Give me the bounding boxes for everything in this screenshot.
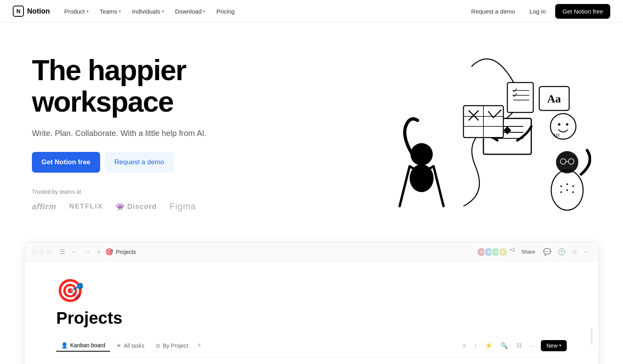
nav-product[interactable]: Product ▾ bbox=[59, 6, 93, 17]
figma-logo: Figma bbox=[170, 201, 196, 212]
page-name: Projects bbox=[116, 249, 136, 255]
hero-title: The happier workspace bbox=[32, 55, 207, 118]
scrollbar[interactable] bbox=[591, 328, 592, 347]
chevron-down-icon: ▾ bbox=[119, 9, 121, 14]
netflix-logo: NETFLIX bbox=[69, 203, 103, 211]
nav-download[interactable]: Download ▾ bbox=[170, 6, 210, 17]
tasks-icon: ✳ bbox=[116, 342, 121, 349]
logo-strip: affirm NETFLIX 👾 Discord Figma bbox=[32, 201, 207, 212]
logo-icon: N bbox=[13, 6, 24, 17]
chevron-down-icon: ▾ bbox=[87, 9, 89, 14]
hero-illustration: Aa zzz bbox=[352, 47, 591, 226]
traffic-light-yellow bbox=[39, 250, 44, 254]
favorite-icon[interactable]: ☆ bbox=[570, 246, 579, 257]
app-main: 🎯 Projects 👤 Kanban board ✳ All tasks ⊙ … bbox=[24, 262, 599, 364]
forward-icon[interactable]: → bbox=[83, 248, 92, 256]
back-icon[interactable]: ← bbox=[70, 248, 79, 256]
discord-icon: 👾 bbox=[116, 202, 125, 211]
comment-icon[interactable]: 💬 bbox=[542, 246, 553, 257]
svg-point-17 bbox=[572, 191, 574, 193]
history-icon[interactable]: 🕐 bbox=[556, 246, 567, 257]
nav-right: Request a demo Log in Get Notion free bbox=[466, 4, 610, 19]
nav-individuals[interactable]: Individuals ▾ bbox=[127, 6, 169, 17]
hero-request-demo-button[interactable]: Request a demo bbox=[105, 152, 174, 173]
sidebar-icon[interactable]: ☰ bbox=[58, 247, 67, 256]
filter-icon-btn[interactable]: ≡ bbox=[460, 340, 469, 350]
page-breadcrumb: 🎯 Projects bbox=[105, 248, 136, 256]
page-title-large: Projects bbox=[56, 309, 567, 328]
svg-point-26 bbox=[566, 123, 568, 126]
toolbar-right: A B C D +2 Share 💬 🕐 ☆ ··· bbox=[477, 246, 591, 257]
logo-letter: N bbox=[16, 8, 20, 14]
logo-text: Notion bbox=[27, 7, 50, 16]
chevron-down-icon: ▾ bbox=[203, 9, 205, 14]
svg-point-15 bbox=[560, 191, 562, 193]
scrollbar-track bbox=[591, 328, 592, 344]
discord-logo: 👾 Discord bbox=[116, 202, 157, 211]
svg-text:Aa: Aa bbox=[547, 92, 561, 105]
svg-point-25 bbox=[558, 123, 560, 126]
svg-point-13 bbox=[566, 183, 568, 185]
avatar-4: D bbox=[498, 247, 508, 257]
nav-left: N Notion Product ▾ Teams ▾ Individuals ▾… bbox=[13, 6, 239, 17]
page-hero-icon: 🎯 bbox=[56, 277, 567, 304]
login-button[interactable]: Log in bbox=[524, 6, 550, 17]
hero-left: The happier workspace Write. Plan. Colla… bbox=[32, 47, 207, 212]
traffic-light-green bbox=[47, 250, 51, 254]
by-project-tab[interactable]: ⊙ By Project bbox=[151, 340, 193, 351]
svg-point-16 bbox=[566, 189, 568, 191]
more-options-btn[interactable]: ··· bbox=[528, 340, 538, 350]
all-tasks-tab[interactable]: ✳ All tasks bbox=[112, 340, 149, 351]
logo[interactable]: N Notion bbox=[13, 6, 50, 17]
add-view-button[interactable]: + bbox=[195, 339, 204, 352]
request-demo-button[interactable]: Request a demo bbox=[466, 6, 520, 17]
svg-text:zzz: zzz bbox=[553, 132, 560, 137]
app-preview: ☰ ← → + 🎯 Projects A B C D +2 Share 💬 🕐 … bbox=[24, 242, 599, 364]
new-button[interactable]: New ▾ bbox=[541, 340, 567, 351]
trusted-text: Trusted by teams at bbox=[32, 189, 207, 195]
kanban-board-tab[interactable]: 👤 Kanban board bbox=[56, 340, 110, 352]
add-icon[interactable]: + bbox=[95, 248, 102, 256]
hero-buttons: Get Notion free Request a demo bbox=[32, 152, 207, 173]
nav-pricing[interactable]: Pricing bbox=[211, 6, 239, 17]
traffic-lights bbox=[32, 250, 51, 254]
svg-point-14 bbox=[572, 185, 574, 187]
svg-point-12 bbox=[560, 185, 562, 187]
nav-teams[interactable]: Teams ▾ bbox=[95, 6, 126, 17]
svg-rect-20 bbox=[507, 83, 533, 112]
page-views: 👤 Kanban board ✳ All tasks ⊙ By Project … bbox=[56, 339, 567, 357]
navigation: N Notion Product ▾ Teams ▾ Individuals ▾… bbox=[0, 0, 623, 23]
avatar-group: A B C D +2 bbox=[477, 247, 515, 257]
hero-get-free-button[interactable]: Get Notion free bbox=[32, 152, 100, 173]
chevron-down-icon: ▾ bbox=[559, 343, 561, 348]
page-icon: 🎯 bbox=[105, 248, 113, 256]
more-icon[interactable]: ··· bbox=[582, 247, 591, 257]
view-toolbar: ≡ ↕ ⚡ 🔍 ⛓ ··· New ▾ bbox=[460, 340, 567, 351]
share-button[interactable]: Share bbox=[518, 247, 538, 256]
link-icon-btn[interactable]: ⛓ bbox=[514, 340, 524, 350]
scrollbar-indicator bbox=[591, 346, 592, 347]
search-icon-btn[interactable]: 🔍 bbox=[498, 340, 511, 351]
avatar-count: +2 bbox=[509, 247, 515, 257]
project-icon: ⊙ bbox=[156, 342, 160, 349]
automation-icon-btn[interactable]: ⚡ bbox=[483, 340, 495, 351]
app-toolbar: ☰ ← → + 🎯 Projects A B C D +2 Share 💬 🕐 … bbox=[24, 242, 599, 262]
illustration-svg: Aa zzz bbox=[352, 47, 591, 226]
hero-subtitle: Write. Plan. Collaborate. With a little … bbox=[32, 127, 207, 139]
traffic-light-red bbox=[32, 250, 37, 254]
chevron-down-icon: ▾ bbox=[162, 9, 164, 14]
nav-links: Product ▾ Teams ▾ Individuals ▾ Download… bbox=[59, 6, 239, 17]
toolbar-left: ☰ ← → + 🎯 Projects bbox=[32, 247, 136, 256]
affirm-logo: affirm bbox=[32, 202, 56, 211]
sort-icon-btn[interactable]: ↕ bbox=[472, 340, 480, 350]
kanban-icon: 👤 bbox=[61, 342, 68, 348]
get-notion-free-button[interactable]: Get Notion free bbox=[555, 4, 610, 19]
hero-section: The happier workspace Write. Plan. Colla… bbox=[0, 23, 623, 226]
